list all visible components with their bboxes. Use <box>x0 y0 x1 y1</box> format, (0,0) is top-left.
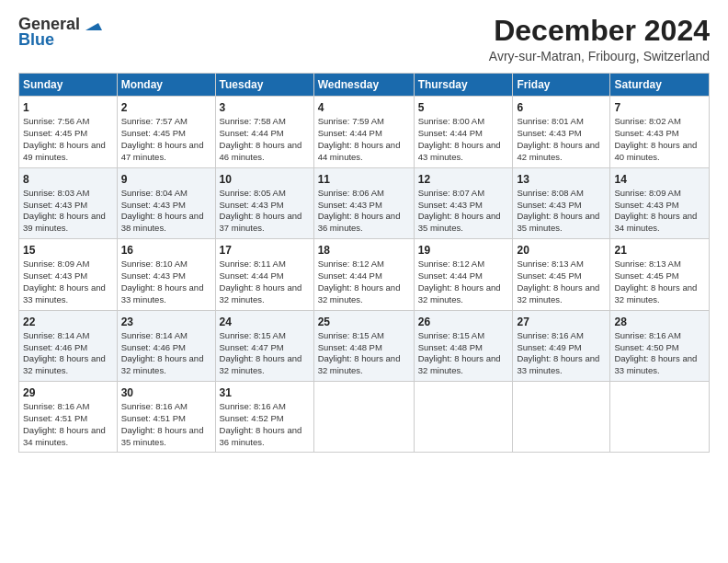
day-cell: 3Sunrise: 7:58 AMSunset: 4:44 PMDaylight… <box>215 97 313 167</box>
header-thursday: Thursday <box>414 74 513 97</box>
day-cell: 15Sunrise: 8:09 AMSunset: 4:43 PMDayligh… <box>19 239 118 310</box>
day-cell: 4Sunrise: 7:59 AMSunset: 4:44 PMDaylight… <box>313 97 414 167</box>
page: General Blue December 2024 Avry-sur-Matr… <box>0 0 728 563</box>
day-cell: 14Sunrise: 8:09 AMSunset: 4:43 PMDayligh… <box>610 167 710 238</box>
logo-icon <box>82 14 102 34</box>
header-tuesday: Tuesday <box>215 74 313 97</box>
day-cell <box>414 381 513 452</box>
logo-blue: Blue <box>18 30 54 50</box>
day-cell: 18Sunrise: 8:12 AMSunset: 4:44 PMDayligh… <box>313 239 414 310</box>
day-cell <box>513 381 610 452</box>
day-cell: 13Sunrise: 8:08 AMSunset: 4:43 PMDayligh… <box>513 167 610 238</box>
header-sunday: Sunday <box>19 74 118 97</box>
day-cell: 17Sunrise: 8:11 AMSunset: 4:44 PMDayligh… <box>215 239 313 310</box>
week-row-1: 1Sunrise: 7:56 AMSunset: 4:45 PMDaylight… <box>19 97 710 167</box>
day-cell <box>610 381 710 452</box>
svg-marker-0 <box>85 23 102 30</box>
header-friday: Friday <box>513 74 610 97</box>
day-cell: 27Sunrise: 8:16 AMSunset: 4:49 PMDayligh… <box>513 310 610 381</box>
header-saturday: Saturday <box>610 74 710 97</box>
day-cell: 7Sunrise: 8:02 AMSunset: 4:43 PMDaylight… <box>610 97 710 167</box>
day-cell: 24Sunrise: 8:15 AMSunset: 4:47 PMDayligh… <box>215 310 313 381</box>
day-cell: 12Sunrise: 8:07 AMSunset: 4:43 PMDayligh… <box>414 167 513 238</box>
calendar: Sunday Monday Tuesday Wednesday Thursday… <box>18 73 710 453</box>
day-cell: 5Sunrise: 8:00 AMSunset: 4:44 PMDaylight… <box>414 97 513 167</box>
header: General Blue December 2024 Avry-sur-Matr… <box>18 15 710 63</box>
week-row-5: 29Sunrise: 8:16 AMSunset: 4:51 PMDayligh… <box>19 381 710 452</box>
week-row-2: 8Sunrise: 8:03 AMSunset: 4:43 PMDaylight… <box>19 167 710 238</box>
day-cell: 1Sunrise: 7:56 AMSunset: 4:45 PMDaylight… <box>19 97 118 167</box>
week-row-3: 15Sunrise: 8:09 AMSunset: 4:43 PMDayligh… <box>19 239 710 310</box>
day-cell <box>313 381 414 452</box>
day-cell: 30Sunrise: 8:16 AMSunset: 4:51 PMDayligh… <box>117 381 215 452</box>
day-cell: 16Sunrise: 8:10 AMSunset: 4:43 PMDayligh… <box>117 239 215 310</box>
day-cell: 22Sunrise: 8:14 AMSunset: 4:46 PMDayligh… <box>19 310 118 381</box>
week-row-4: 22Sunrise: 8:14 AMSunset: 4:46 PMDayligh… <box>19 310 710 381</box>
header-wednesday: Wednesday <box>313 74 414 97</box>
day-cell: 19Sunrise: 8:12 AMSunset: 4:44 PMDayligh… <box>414 239 513 310</box>
day-cell: 29Sunrise: 8:16 AMSunset: 4:51 PMDayligh… <box>19 381 118 452</box>
location: Avry-sur-Matran, Fribourg, Switzerland <box>489 49 710 63</box>
day-cell: 8Sunrise: 8:03 AMSunset: 4:43 PMDaylight… <box>19 167 118 238</box>
day-cell: 23Sunrise: 8:14 AMSunset: 4:46 PMDayligh… <box>117 310 215 381</box>
day-cell: 2Sunrise: 7:57 AMSunset: 4:45 PMDaylight… <box>117 97 215 167</box>
month-title: December 2024 <box>489 15 710 47</box>
day-cell: 21Sunrise: 8:13 AMSunset: 4:45 PMDayligh… <box>610 239 710 310</box>
logo: General Blue <box>18 15 102 50</box>
day-cell: 6Sunrise: 8:01 AMSunset: 4:43 PMDaylight… <box>513 97 610 167</box>
calendar-header-row: Sunday Monday Tuesday Wednesday Thursday… <box>19 74 710 97</box>
title-block: December 2024 Avry-sur-Matran, Fribourg,… <box>489 15 710 63</box>
day-cell: 9Sunrise: 8:04 AMSunset: 4:43 PMDaylight… <box>117 167 215 238</box>
day-cell: 10Sunrise: 8:05 AMSunset: 4:43 PMDayligh… <box>215 167 313 238</box>
day-cell: 20Sunrise: 8:13 AMSunset: 4:45 PMDayligh… <box>513 239 610 310</box>
day-cell: 28Sunrise: 8:16 AMSunset: 4:50 PMDayligh… <box>610 310 710 381</box>
day-cell: 25Sunrise: 8:15 AMSunset: 4:48 PMDayligh… <box>313 310 414 381</box>
day-cell: 26Sunrise: 8:15 AMSunset: 4:48 PMDayligh… <box>414 310 513 381</box>
day-cell: 31Sunrise: 8:16 AMSunset: 4:52 PMDayligh… <box>215 381 313 452</box>
header-monday: Monday <box>117 74 215 97</box>
day-cell: 11Sunrise: 8:06 AMSunset: 4:43 PMDayligh… <box>313 167 414 238</box>
